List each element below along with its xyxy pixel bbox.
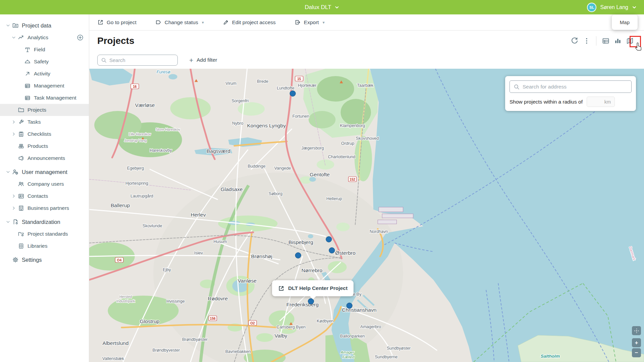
export-button[interactable]: Export▾ <box>294 19 325 25</box>
sidebar-item-contacts[interactable]: Contacts <box>0 190 89 202</box>
map-label: Glostrup <box>140 318 160 324</box>
toolbar-label: Go to project <box>107 19 137 25</box>
app-root: Dalux DLT SL Søren Lang Map Project data… <box>0 0 644 362</box>
sidebar-item-projects[interactable]: Projects <box>0 104 89 116</box>
route-shield: O2 <box>249 320 257 325</box>
business-partners-icon <box>18 205 24 211</box>
map-label: Bavnebakken <box>225 349 251 354</box>
map-label: Klampenborg <box>340 123 365 128</box>
sidebar: Project dataAnalyticsFieldSafetyActivity… <box>0 14 89 362</box>
project-marker[interactable] <box>346 303 352 309</box>
map-label: Kødbyen <box>317 319 333 323</box>
user-name: Søren Lang <box>600 4 628 10</box>
project-marker[interactable] <box>295 253 301 258</box>
sidebar-item-project-data[interactable]: Project data <box>0 19 89 32</box>
change-status-button[interactable]: Change status▾ <box>155 19 204 25</box>
contacts-icon <box>18 193 24 199</box>
address-search-box <box>509 80 632 93</box>
sidebar-item-checklists[interactable]: Checklists <box>0 128 89 140</box>
svg-text:O2: O2 <box>250 321 255 325</box>
refresh-icon <box>571 37 578 45</box>
view-table-button[interactable] <box>600 35 612 47</box>
sidebar-item-company-users[interactable]: Company users <box>0 178 89 190</box>
map-label: Skovlunde <box>143 224 162 228</box>
add-analytics-button[interactable] <box>77 34 84 41</box>
project-data-icon <box>12 22 18 28</box>
sidebar-item-label: Libraries <box>28 243 47 249</box>
chevron-down-icon[interactable] <box>11 35 16 40</box>
sidebar-item-activity[interactable]: Activity <box>0 68 89 80</box>
map-label: Brønshøj <box>251 253 272 259</box>
map-label: Charlottenlund <box>328 155 356 159</box>
user-menu[interactable]: SL Søren Lang <box>587 3 637 12</box>
chevron-right-icon[interactable] <box>11 132 16 136</box>
map-label: Vanløse <box>238 278 257 284</box>
products-icon <box>18 143 24 149</box>
more-options-button[interactable] <box>581 35 593 47</box>
add-filter-button[interactable]: + Add filter <box>189 57 217 64</box>
account-switcher[interactable]: Dalux DLT <box>305 4 339 11</box>
map-label: Taarbæk <box>357 83 374 88</box>
map-label: Egebjerg <box>127 166 144 171</box>
sidebar-item-task-management[interactable]: Task Management <box>0 92 89 104</box>
sidebar-item-products[interactable]: Products <box>0 140 89 152</box>
chevron-down-icon[interactable] <box>6 23 10 28</box>
svg-text:15: 15 <box>297 77 301 81</box>
sidebar-item-user-management[interactable]: User management <box>0 166 89 178</box>
sidebar-item-business-partners[interactable]: Business partners <box>0 202 89 214</box>
sidebar-item-analytics[interactable]: Analytics <box>0 32 89 44</box>
sidebar-item-standardization[interactable]: Standardization <box>0 216 89 228</box>
map-canvas[interactable]: 1615152O4156O2 FuresøVirumBredeLundtofte… <box>89 69 644 362</box>
open-in-new-icon <box>97 19 104 25</box>
zoom-in-button[interactable]: + <box>632 338 641 347</box>
map-label: Værløse <box>135 102 155 108</box>
project-marker[interactable] <box>326 237 332 242</box>
sidebar-item-announcements[interactable]: Announcements <box>0 152 89 164</box>
sidebar-item-project-standards[interactable]: Project standards <box>0 228 89 240</box>
projects-search-input[interactable] <box>109 57 174 63</box>
project-popup[interactable]: DLT Help Center Project <box>272 280 354 296</box>
search-icon <box>514 84 520 90</box>
route-shield: 156 <box>209 316 217 321</box>
sidebar-item-label: Management <box>34 83 64 89</box>
pan-button[interactable] <box>632 326 641 335</box>
sidebar-item-tasks[interactable]: Tasks <box>0 116 89 128</box>
map-label: Hjortespring <box>125 181 148 186</box>
map-label: Store Hareskov <box>156 127 180 131</box>
zoom-out-button[interactable]: − <box>632 348 641 357</box>
sidebar-item-libraries[interactable]: Libraries <box>0 240 89 252</box>
map-search-panel: Show projects within a radius of km <box>505 76 636 111</box>
chevron-down-icon[interactable] <box>6 170 10 174</box>
project-marker[interactable] <box>290 91 296 97</box>
chevron-right-icon[interactable] <box>11 206 16 210</box>
user-management-icon <box>12 169 18 175</box>
address-search-input[interactable] <box>523 84 628 90</box>
sidebar-item-label: Settings <box>22 257 42 263</box>
status-tag-icon <box>155 19 162 25</box>
refresh-button[interactable] <box>569 35 581 47</box>
sidebar-item-settings[interactable]: Settings <box>0 254 89 266</box>
chevron-down-icon[interactable] <box>6 220 10 224</box>
go-to-project-button[interactable]: Go to project <box>97 19 137 25</box>
sidebar-item-safety[interactable]: Safety <box>0 56 89 68</box>
map-label: Islev <box>194 251 203 255</box>
project-marker[interactable] <box>329 248 335 253</box>
chevron-right-icon[interactable] <box>11 120 16 124</box>
map-label: Nørrebro <box>302 267 322 273</box>
export-icon <box>294 19 301 25</box>
map-label: Fortunen <box>292 114 309 119</box>
map-label: Saltholm <box>541 354 560 359</box>
edit-project-access-button[interactable]: Edit project access <box>223 19 276 25</box>
view-chart-button[interactable] <box>612 35 624 47</box>
chevron-right-icon[interactable] <box>11 194 16 198</box>
radius-input[interactable]: km <box>587 97 615 107</box>
management-icon <box>24 83 31 89</box>
sidebar-item-label: Company users <box>28 181 64 187</box>
chevron-down-icon <box>632 5 637 10</box>
project-marker[interactable] <box>308 299 314 304</box>
radius-row: Show projects within a radius of km <box>509 97 632 107</box>
sidebar-item-management[interactable]: Management <box>0 80 89 92</box>
chevron-down-icon <box>335 5 339 10</box>
sidebar-item-field[interactable]: Field <box>0 44 89 56</box>
sidebar-item-label: Products <box>28 143 48 149</box>
